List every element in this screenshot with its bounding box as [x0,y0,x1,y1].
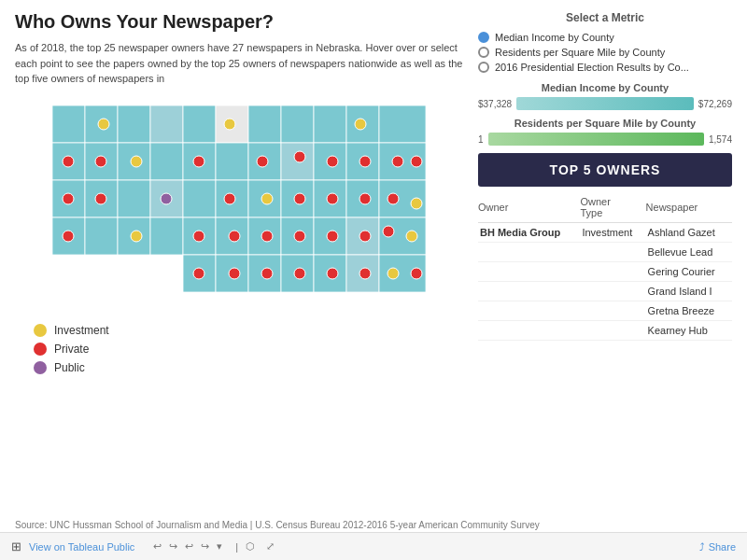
owner-name [478,243,580,262]
newspaper-name: Grand Island I [646,282,732,301]
svg-point-59 [257,156,268,167]
svg-rect-9 [314,105,346,143]
svg-point-62 [359,156,371,167]
svg-point-57 [131,156,142,167]
radio-selected-icon [478,32,489,43]
svg-rect-4 [150,105,183,143]
top5-owners-button[interactable]: TOP 5 OWNERS [478,153,732,187]
svg-point-63 [392,156,403,167]
public-dot-icon [34,361,47,374]
newspaper-name: Kearney Hub [646,321,732,341]
svg-rect-25 [118,180,150,217]
svg-point-87 [261,268,273,279]
svg-point-58 [193,156,204,167]
svg-point-67 [161,193,172,204]
nav-forward-icon[interactable]: ↪ [169,540,177,553]
svg-rect-27 [183,180,216,217]
residents-range-label: Residents per Square Mile by County [478,118,732,129]
table-row: Bellevue Lead [478,243,732,262]
residents-range-bar[interactable] [488,133,704,146]
table-row: Gretna Breeze [478,301,732,321]
svg-point-71 [327,193,338,204]
svg-point-70 [294,193,305,204]
owner-name: BH Media Group [478,223,580,243]
footer-text: Source: UNC Hussman School of Journalism… [15,520,540,530]
description-text: As of 2018, the top 25 newspaper owners … [15,40,463,87]
svg-point-80 [294,231,305,242]
svg-point-74 [411,198,422,209]
investment-dot-icon [34,324,47,337]
map-area[interactable] [43,96,435,311]
svg-point-68 [224,193,235,204]
svg-point-79 [261,231,273,242]
svg-point-76 [131,231,142,242]
income-range-row: $37,328 $72,269 [478,97,732,110]
residents-range-row: 1 1,574 [478,133,732,146]
fullscreen-icon[interactable]: ⤢ [266,540,275,553]
owner-type [580,301,645,321]
export-icon[interactable]: ⬡ [246,540,255,553]
radio-unselected-icon [478,47,489,58]
col-type-header: OwnerType [580,196,645,223]
table-row: Gering Courier [478,262,732,282]
radio-median-income[interactable]: Median Income by County [478,32,732,43]
col-owner-header: Owner [478,196,580,223]
legend-private: Private [34,343,463,356]
newspaper-name: Gering Courier [646,262,732,282]
svg-point-54 [355,119,366,130]
svg-rect-17 [216,143,248,180]
legend-public: Public [34,361,463,374]
owner-name [478,321,580,341]
svg-point-64 [411,156,422,167]
source-footer: Source: UNC Hussman School of Journalism… [0,520,747,530]
radio-unselected-icon-2 [478,62,489,73]
svg-point-55 [63,156,74,167]
nav-back2-icon[interactable]: ↩ [185,540,193,553]
newspaper-name: Gretna Breeze [646,301,732,321]
residents-max-value: 1,574 [709,134,732,145]
svg-rect-5 [183,105,216,143]
share-button[interactable]: ⤴ Share [699,541,736,553]
newspaper-name: Bellevue Lead [646,243,732,262]
owner-type [580,321,645,341]
grid-icon: ⊞ [11,539,21,553]
income-max-value: $72,269 [698,99,732,109]
svg-point-53 [224,119,235,130]
svg-point-52 [98,119,109,130]
radio-median-income-label: Median Income by County [495,32,614,43]
svg-point-89 [327,268,338,279]
svg-point-83 [383,226,394,237]
owners-table: Owner OwnerType Newspaper BH Media Group… [478,196,732,341]
tableau-link[interactable]: View on Tableau Public [29,541,134,553]
svg-point-69 [261,193,273,204]
svg-point-85 [193,268,204,279]
residents-range-section: Residents per Square Mile by County 1 1,… [478,118,732,146]
svg-rect-3 [118,105,150,143]
owner-type [580,282,645,301]
owner-type [580,243,645,262]
radio-election[interactable]: 2016 Presidential Election Results by Co… [478,62,732,73]
income-range-bar[interactable] [516,97,694,110]
radio-election-label: 2016 Presidential Election Results by Co… [495,62,689,73]
svg-point-75 [63,231,74,242]
legend-public-label: Public [54,361,85,374]
svg-point-65 [63,193,74,204]
table-row: Kearney Hub [478,321,732,341]
svg-rect-11 [379,105,426,143]
table-row: Grand Island I [478,282,732,301]
private-dot-icon [34,343,47,356]
nav-dropdown-icon[interactable]: ▾ [217,540,222,553]
svg-point-72 [359,193,371,204]
col-newspaper-header: Newspaper [646,196,732,223]
nav-forward2-icon[interactable]: ↪ [201,540,209,553]
bottom-bar: ⊞ View on Tableau Public ↩ ↪ ↩ ↪ ▾ | ⬡ ⤢… [0,532,747,560]
svg-rect-35 [85,217,118,255]
metric-select-title: Select a Metric [478,11,732,24]
owner-type: Investment [580,223,645,243]
income-range-section: Median Income by County $37,328 $72,269 [478,82,732,110]
svg-point-78 [229,231,240,242]
legend-private-label: Private [54,343,89,356]
legend-investment: Investment [34,324,463,337]
nav-back-icon[interactable]: ↩ [153,540,162,553]
radio-residents[interactable]: Residents per Square Mile by County [478,47,732,58]
